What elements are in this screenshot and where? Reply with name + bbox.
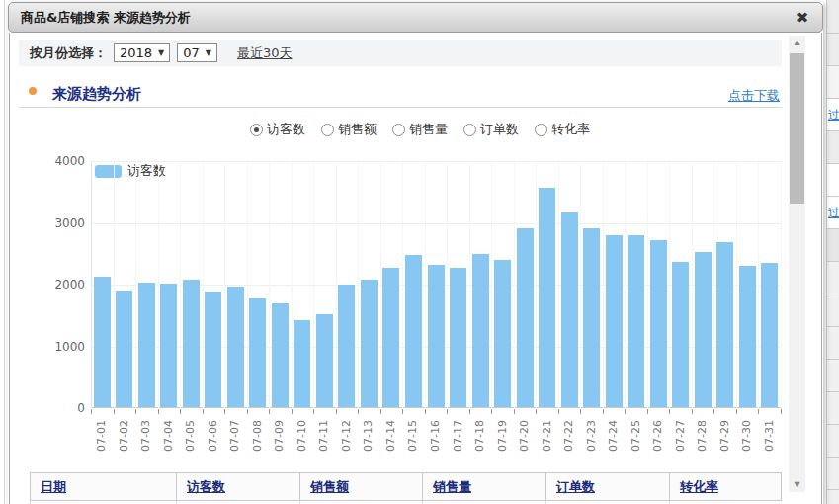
x-axis-label: 07-12 — [341, 414, 353, 458]
dialog-scrollbar[interactable]: ▲ ▼ — [789, 36, 805, 492]
x-axis-tick — [224, 409, 225, 414]
x-axis-label: 07-17 — [453, 414, 464, 458]
y-axis-tick-label: 3000 — [36, 216, 85, 230]
x-axis-tick — [491, 409, 492, 414]
gridline — [203, 161, 204, 408]
column-header-订单数[interactable]: 订单数 — [556, 478, 595, 496]
metric-radio-转化率[interactable]: 转化率 — [535, 121, 590, 138]
background-table-row — [827, 425, 839, 458]
x-axis-tick — [247, 409, 248, 414]
radio-icon[interactable] — [463, 124, 476, 136]
download-link[interactable]: 点击下载 — [728, 87, 780, 105]
bar-07-13 — [361, 280, 378, 407]
metric-radio-访客数[interactable]: 访客数 — [250, 121, 305, 138]
bar-07-12 — [338, 285, 355, 407]
bar-07-18 — [472, 254, 489, 407]
month-select[interactable]: 07 ▼ — [177, 43, 217, 62]
x-axis-label: 07-07 — [229, 414, 241, 458]
x-axis-label: 07-04 — [163, 414, 175, 458]
radio-icon[interactable] — [535, 124, 547, 136]
bar-07-05 — [183, 280, 200, 407]
close-icon[interactable]: ✖ — [793, 8, 812, 28]
y-axis-tick-label: 2000 — [36, 278, 85, 292]
gridline — [425, 161, 426, 408]
gridline — [292, 161, 293, 408]
month-select-value: 07 — [183, 45, 200, 60]
bar-07-22 — [561, 212, 578, 407]
column-header-转化率[interactable]: 转化率 — [680, 478, 718, 496]
x-axis-label: 07-26 — [652, 414, 664, 458]
bar-07-11 — [316, 314, 333, 407]
x-axis-label: 07-13 — [363, 414, 375, 458]
background-table-row: 过 — [827, 197, 839, 229]
x-axis-tick — [313, 409, 314, 414]
background-partial-link: 过 — [828, 107, 839, 124]
gridline — [669, 161, 670, 408]
bar-07-24 — [606, 235, 623, 407]
x-axis-label: 07-09 — [274, 414, 286, 458]
x-axis-label: 07-27 — [675, 414, 687, 458]
metric-radio-销售额[interactable]: 销售额 — [321, 121, 377, 138]
radio-selected-icon[interactable] — [250, 124, 263, 136]
x-axis-tick — [514, 409, 515, 414]
background-table-row — [827, 229, 839, 262]
year-select[interactable]: 2018 ▼ — [114, 43, 170, 62]
bar-07-29 — [716, 242, 733, 407]
x-axis-label: 07-23 — [586, 414, 598, 458]
column-header-销售量[interactable]: 销售量 — [433, 478, 471, 496]
gridline — [580, 161, 581, 408]
x-axis-label: 07-22 — [563, 414, 575, 458]
gridline — [758, 161, 759, 408]
x-axis-tick — [135, 409, 136, 414]
gridline — [647, 161, 648, 408]
metric-radio-订单数[interactable]: 订单数 — [463, 121, 519, 138]
gridline — [269, 161, 270, 408]
gridline — [736, 161, 737, 408]
x-axis-tick — [469, 409, 470, 414]
radio-icon[interactable] — [392, 124, 405, 136]
x-axis-tick — [269, 409, 270, 414]
x-axis-tick — [736, 409, 737, 414]
gridline — [625, 161, 626, 408]
bar-07-21 — [539, 188, 555, 407]
x-axis-label: 07-02 — [119, 414, 130, 458]
section-divider — [19, 107, 782, 108]
scroll-down-icon[interactable]: ▼ — [789, 478, 805, 492]
column-header-日期[interactable]: 日期 — [41, 478, 66, 496]
gridline — [247, 161, 248, 408]
x-axis-tick — [603, 409, 604, 414]
radio-label: 转化率 — [551, 121, 590, 138]
bar-07-31 — [761, 263, 778, 407]
x-axis-label: 07-28 — [697, 414, 709, 458]
gridline — [180, 161, 181, 408]
scrollbar-thumb[interactable] — [790, 53, 804, 204]
dialog-title: 商品&店铺搜索 来源趋势分析 — [9, 9, 191, 27]
x-axis-label: 07-15 — [407, 414, 419, 458]
metric-radio-销售量[interactable]: 销售量 — [392, 121, 448, 138]
x-axis-label: 07-14 — [385, 414, 397, 458]
table-header-cell: 访客数 — [176, 473, 299, 500]
bar-07-07 — [227, 287, 244, 407]
gridline — [91, 161, 781, 162]
background-table-row: 过 — [827, 99, 839, 131]
scroll-up-icon[interactable]: ▲ — [789, 36, 805, 49]
x-axis-tick — [758, 409, 759, 414]
dialog-titlebar: 商品&店铺搜索 来源趋势分析 ✖ — [8, 2, 823, 33]
month-filter-row: 按月份选择： 2018 ▼ 07 ▼ 最近30天 — [19, 40, 782, 66]
gridline — [469, 161, 470, 408]
gridline — [91, 223, 781, 224]
bar-07-08 — [249, 298, 266, 407]
recent-30-days-link[interactable]: 最近30天 — [237, 44, 293, 62]
x-axis-label: 07-05 — [185, 414, 197, 458]
column-header-销售额[interactable]: 销售额 — [310, 478, 349, 496]
gridline — [781, 161, 782, 408]
metric-radio-group: 访客数销售额销售量订单数转化率 — [250, 121, 606, 138]
y-axis-tick-label: 0 — [36, 401, 85, 415]
x-axis-tick — [380, 409, 381, 414]
trend-analysis-dialog: 商品&店铺搜索 来源趋势分析 ✖ 按月份选择： 2018 ▼ 07 ▼ 最近30… — [8, 2, 823, 504]
column-header-访客数[interactable]: 访客数 — [187, 478, 225, 496]
radio-icon[interactable] — [321, 124, 334, 136]
gridline — [135, 161, 136, 408]
table-header-cell: 销售额 — [299, 473, 422, 500]
bar-07-04 — [160, 284, 177, 407]
